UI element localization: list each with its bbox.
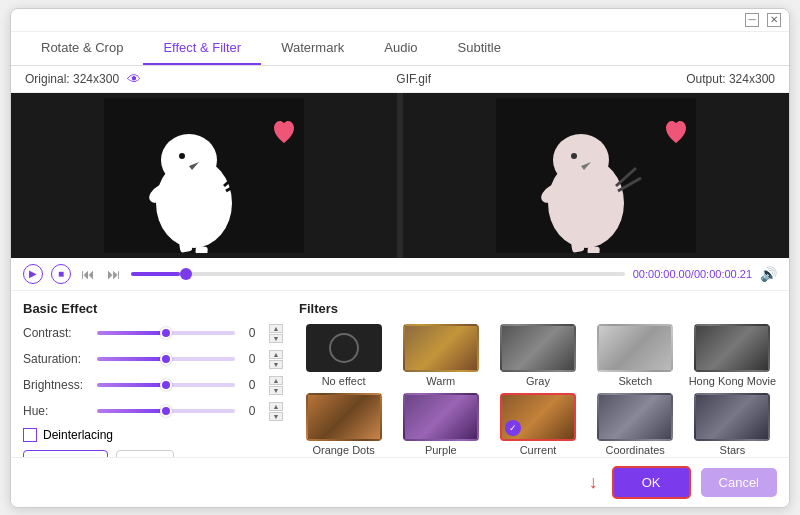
filter-thumb-gray (500, 324, 576, 372)
basic-effect-panel: Basic Effect Contrast: 0 ▲ ▼ Saturation: (23, 301, 283, 447)
contrast-spinner[interactable]: ▲ ▼ (269, 324, 283, 343)
bottom-bar: ↓ OK Cancel (11, 457, 789, 507)
filter-item-purple[interactable]: Purple (396, 393, 485, 457)
filter-item-warm[interactable]: Warm (396, 324, 485, 387)
contrast-label: Contrast: (23, 326, 91, 340)
original-size-label: Original: 324x300 (25, 72, 119, 86)
filter-label-current-1: Current (520, 444, 557, 456)
tab-effect-filter[interactable]: Effect & Filter (143, 32, 261, 65)
svg-point-2 (161, 134, 217, 186)
progress-thumb[interactable] (180, 268, 192, 280)
filters-panel: Filters No effect Warm Gray (299, 301, 777, 447)
svg-point-3 (179, 153, 185, 159)
filter-item-gray[interactable]: Gray (493, 324, 582, 387)
content-area: Basic Effect Contrast: 0 ▲ ▼ Saturation: (11, 291, 789, 457)
reset-button[interactable]: Reset (116, 450, 173, 457)
tab-subtitle[interactable]: Subtitle (438, 32, 521, 65)
filter-item-no-effect[interactable]: No effect (299, 324, 388, 387)
filter-thumb-coordinates (597, 393, 673, 441)
filter-thumb-warm (403, 324, 479, 372)
filename-label: GIF.gif (396, 72, 431, 86)
saturation-slider[interactable] (97, 351, 235, 367)
apply-to-all-button[interactable]: Apply to All (23, 450, 108, 457)
stop-button[interactable]: ■ (51, 264, 71, 284)
contrast-value: 0 (241, 326, 263, 340)
hue-label: Hue: (23, 404, 91, 418)
brightness-row: Brightness: 0 ▲ ▼ (23, 376, 283, 395)
hue-slider[interactable] (97, 403, 235, 419)
hue-row: Hue: 0 ▲ ▼ (23, 402, 283, 421)
filter-label-stars: Stars (720, 444, 746, 456)
filter-thumb-orange-dots (306, 393, 382, 441)
filter-thumb-no-effect (306, 324, 382, 372)
brightness-slider[interactable] (97, 377, 235, 393)
contrast-up[interactable]: ▲ (269, 324, 283, 333)
volume-icon[interactable]: 🔊 (760, 266, 777, 282)
tab-audio[interactable]: Audio (364, 32, 437, 65)
preview-panel-right (403, 93, 789, 258)
filter-item-stars[interactable]: Stars (688, 393, 777, 457)
filter-thumb-hong-kong-movie (694, 324, 770, 372)
filter-label-orange-dots: Orange Dots (312, 444, 374, 456)
filter-item-orange-dots[interactable]: Orange Dots (299, 393, 388, 457)
tab-watermark[interactable]: Watermark (261, 32, 364, 65)
ok-button[interactable]: OK (612, 466, 691, 499)
filter-item-coordinates[interactable]: Coordinates (591, 393, 680, 457)
filter-label-warm: Warm (426, 375, 455, 387)
cancel-button[interactable]: Cancel (701, 468, 777, 497)
filter-item-sketch[interactable]: Sketch (591, 324, 680, 387)
contrast-down[interactable]: ▼ (269, 334, 283, 343)
file-info-bar: Original: 324x300 👁 GIF.gif Output: 324x… (11, 66, 789, 93)
titlebar: ─ ✕ (11, 9, 789, 32)
main-window: ─ ✕ Rotate & Crop Effect & Filter Waterm… (10, 8, 790, 508)
saturation-label: Saturation: (23, 352, 91, 366)
hue-down[interactable]: ▼ (269, 412, 283, 421)
deinterlace-label: Deinterlacing (43, 428, 113, 442)
brightness-label: Brightness: (23, 378, 91, 392)
tab-rotate-crop[interactable]: Rotate & Crop (21, 32, 143, 65)
eye-icon[interactable]: 👁 (127, 71, 141, 87)
filter-label-sketch: Sketch (618, 375, 652, 387)
progress-bar[interactable] (131, 272, 625, 276)
saturation-up[interactable]: ▲ (269, 350, 283, 359)
close-button[interactable]: ✕ (767, 13, 781, 27)
filter-label-hong-kong-movie: Hong Kong Movie (689, 375, 776, 387)
filter-thumb-current: ✓ (500, 393, 576, 441)
saturation-spinner[interactable]: ▲ ▼ (269, 350, 283, 369)
filter-thumb-stars (694, 393, 770, 441)
saturation-row: Saturation: 0 ▲ ▼ (23, 350, 283, 369)
hue-up[interactable]: ▲ (269, 402, 283, 411)
hue-spinner[interactable]: ▲ ▼ (269, 402, 283, 421)
contrast-row: Contrast: 0 ▲ ▼ (23, 324, 283, 343)
deinterlace-checkbox[interactable] (23, 428, 37, 442)
play-button[interactable]: ▶ (23, 264, 43, 284)
brightness-up[interactable]: ▲ (269, 376, 283, 385)
contrast-slider[interactable] (97, 325, 235, 341)
hue-value: 0 (241, 404, 263, 418)
basic-effect-title: Basic Effect (23, 301, 283, 316)
filter-label-no-effect: No effect (322, 375, 366, 387)
prev-frame-button[interactable]: ⏮ (79, 266, 97, 282)
filters-title: Filters (299, 301, 777, 316)
brightness-value: 0 (241, 378, 263, 392)
time-display: 00:00:00.00/00:00:00.21 (633, 268, 752, 280)
transport-bar: ▶ ■ ⏮ ⏭ 00:00:00.00/00:00:00.21 🔊 (11, 258, 789, 291)
action-buttons: Apply to All Reset (23, 450, 283, 457)
filter-thumb-purple (403, 393, 479, 441)
filter-item-current[interactable]: ✓ Current Plain (493, 393, 582, 457)
minimize-button[interactable]: ─ (745, 13, 759, 27)
filter-item-hong-kong-movie[interactable]: Hong Kong Movie (688, 324, 777, 387)
output-size-label: Output: 324x300 (686, 72, 775, 86)
preview-image-right (496, 98, 696, 253)
filter-check-icon: ✓ (505, 420, 521, 436)
filter-thumb-sketch (597, 324, 673, 372)
svg-point-13 (571, 153, 577, 159)
tab-bar: Rotate & Crop Effect & Filter Watermark … (11, 32, 789, 66)
brightness-spinner[interactable]: ▲ ▼ (269, 376, 283, 395)
next-frame-button[interactable]: ⏭ (105, 266, 123, 282)
filters-grid: No effect Warm Gray Sketch (299, 324, 777, 457)
preview-panel-left (11, 93, 397, 258)
saturation-down[interactable]: ▼ (269, 360, 283, 369)
brightness-down[interactable]: ▼ (269, 386, 283, 395)
preview-area (11, 93, 789, 258)
